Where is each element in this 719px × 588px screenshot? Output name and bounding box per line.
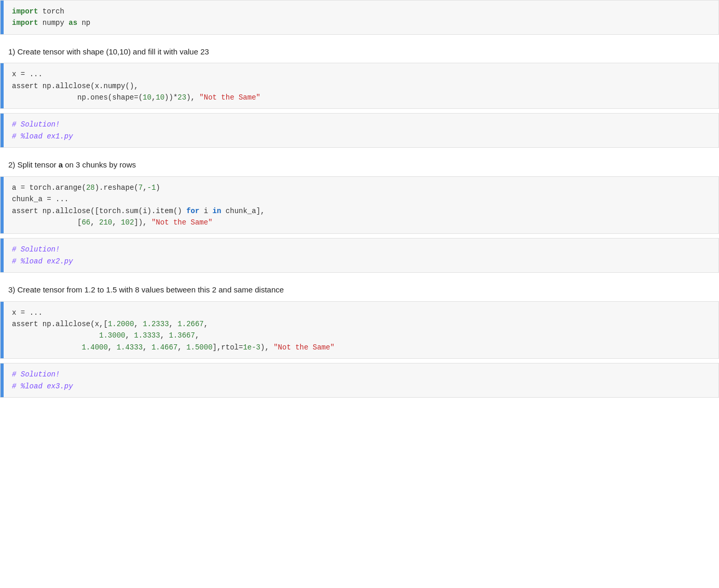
import-cell-content: import torch import numpy as np (4, 1, 718, 34)
gap1 (0, 35, 719, 39)
task3-code-cell[interactable]: x = ... assert np.allclose(x,[1.2000, 1.… (0, 301, 719, 359)
task3-code-content: x = ... assert np.allclose(x,[1.2000, 1.… (4, 302, 718, 359)
import-kw1: import (12, 7, 38, 16)
task2-desc: 2) Split tensor a on 3 chunks by rows (0, 152, 719, 176)
gap2 (0, 109, 719, 113)
gap6 (0, 359, 719, 363)
as-kw: as (68, 19, 77, 27)
task3-solution-cell[interactable]: # Solution! # %load ex3.py (0, 363, 719, 398)
task2-code-cell[interactable]: a = torch.arange(28).reshape(7,-1) chunk… (0, 176, 719, 234)
task1-solution-content: # Solution! # %load ex1.py (4, 114, 718, 147)
task1-code-cell[interactable]: x = ... assert np.allclose(x.numpy(), np… (0, 63, 719, 109)
notebook: import torch import numpy as np 1) Creat… (0, 0, 719, 588)
import-cell[interactable]: import torch import numpy as np (0, 0, 719, 35)
task1-desc: 1) Create tensor with shape (10,10) and … (0, 39, 719, 63)
gap3 (0, 148, 719, 152)
task2-solution-content: # Solution! # %load ex2.py (4, 239, 718, 272)
task2-code-content: a = torch.arange(28).reshape(7,-1) chunk… (4, 177, 718, 234)
task3-solution-content: # Solution! # %load ex3.py (4, 363, 718, 397)
task2-solution-cell[interactable]: # Solution! # %load ex2.py (0, 238, 719, 273)
task1-solution-cell[interactable]: # Solution! # %load ex1.py (0, 113, 719, 148)
task1-code-content: x = ... assert np.allclose(x.numpy(), np… (4, 63, 718, 108)
gap4 (0, 234, 719, 238)
gap5 (0, 273, 719, 277)
import-kw2: import (12, 19, 38, 27)
task3-desc: 3) Create tensor from 1.2 to 1.5 with 8 … (0, 277, 719, 301)
